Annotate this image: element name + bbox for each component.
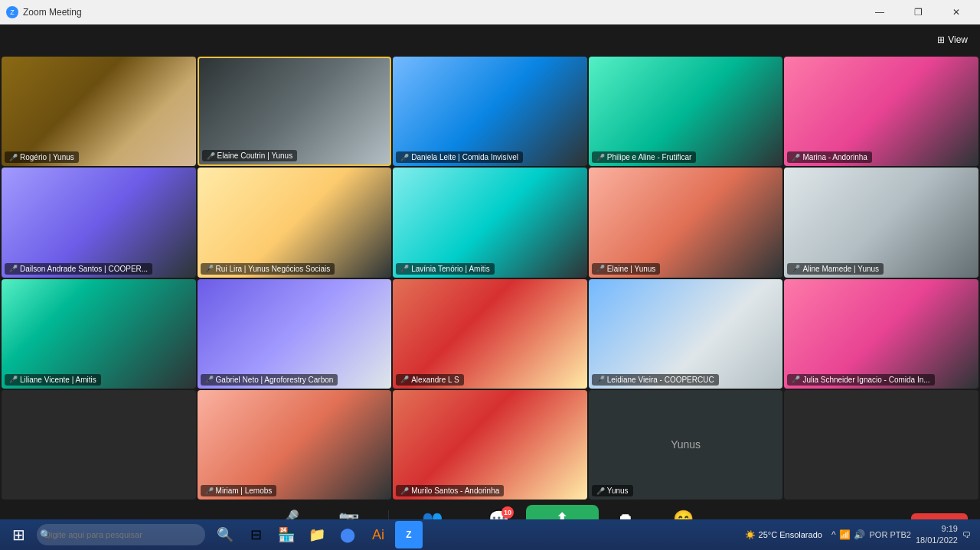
mic-off-icon-1: 🎤 bbox=[9, 154, 18, 161]
close-button[interactable]: ✕ bbox=[939, 0, 974, 24]
video-cell-miriam[interactable]: 🎤 Miriam | Lemobs bbox=[198, 390, 392, 500]
video-cell-marina[interactable]: 🎤 Marina - Andorinha bbox=[784, 57, 978, 166]
video-cell-rogério[interactable]: 🎤 Rogério | Yunus bbox=[2, 57, 196, 166]
windows-taskbar: ⊞ 🔍 🔍 ⊟ 🏪 📁 ⬤ Ai Z ☀️ 25°C Ensolarado ^ … bbox=[0, 519, 980, 550]
title-bar: Z Zoom Meeting — ❐ ✕ bbox=[0, 0, 980, 24]
taskbar-illustrator-app[interactable]: Ai bbox=[364, 521, 392, 548]
zoom-top-bar: ⊞ View bbox=[0, 24, 980, 55]
participant-label-4: 🎤 Philipe e Aline - Frutificar bbox=[592, 151, 697, 163]
video-cell-gabriel[interactable]: 🎤 Gabriel Neto | Agroforestry Carbon bbox=[198, 279, 392, 389]
mic-off-icon-17: 🎤 bbox=[400, 487, 409, 495]
participant-label-6: 🎤 Dailson Andrade Santos | COOPER... bbox=[5, 263, 152, 275]
mic-off-icon-15: 🎤 bbox=[792, 376, 800, 383]
taskbar-explorer-app[interactable]: 📁 bbox=[303, 521, 331, 548]
video-cell-leidiane[interactable]: 🎤 Leidiane Vieira - COOPERCUC bbox=[589, 279, 783, 389]
participant-name-10: Aline Mamede | Yunus bbox=[802, 265, 879, 273]
participant-label-5: 🎤 Marina - Andorinha bbox=[787, 151, 872, 163]
clock-date: 18/01/2022 bbox=[916, 535, 958, 546]
video-cell-liliane[interactable]: 🎤 Liliane Vicente | Amitis bbox=[2, 279, 196, 389]
chat-badge: 10 bbox=[501, 506, 514, 519]
search-icon: 🔍 bbox=[40, 529, 51, 540]
video-cell-rui[interactable]: 🎤 Rui Lira | Yunus Negócios Sociais bbox=[198, 168, 392, 277]
mic-off-icon-12: 🎤 bbox=[205, 376, 214, 383]
video-cell-murilo[interactable]: 🎤 Murilo Santos - Andorinha bbox=[393, 390, 587, 500]
taskbar-tasks-app[interactable]: ⊟ bbox=[242, 521, 270, 548]
participant-name-9: Elaine | Yunus bbox=[607, 265, 656, 273]
clock-time: 9:19 bbox=[916, 523, 958, 535]
wifi-icon: 📶 bbox=[839, 529, 851, 540]
language-indicator: POR PTB2 bbox=[870, 530, 911, 539]
window-title: Zoom Meeting bbox=[23, 7, 82, 18]
participant-label-1: 🎤 Rogério | Yunus bbox=[5, 151, 79, 163]
video-cell-elaine-coutrin[interactable]: 🎤 Elaine Coutrin | Yunus bbox=[198, 57, 392, 166]
video-cell-yunus-namecard[interactable]: Yunus 🎤 Yunus bbox=[589, 390, 783, 500]
start-button[interactable]: ⊞ bbox=[3, 519, 34, 550]
weather-widget: ☀️ 25°C Ensolarado bbox=[740, 530, 827, 540]
participant-label-10: 🎤 Aline Mamede | Yunus bbox=[787, 263, 884, 275]
taskbar-chrome-app[interactable]: ⬤ bbox=[334, 521, 361, 548]
participant-name-5: Marina - Andorinha bbox=[802, 153, 867, 161]
search-input[interactable] bbox=[37, 524, 205, 545]
window-controls[interactable]: — ❐ ✕ bbox=[862, 0, 974, 24]
participant-name-15: Julia Schneider Ignacio - Comida In... bbox=[802, 376, 929, 384]
participant-label-3: 🎤 Daniela Leite | Comida Invisível bbox=[396, 151, 523, 163]
participant-name-11: Liliane Vicente | Amitis bbox=[20, 376, 96, 384]
video-cell-dailson[interactable]: 🎤 Dailson Andrade Santos | COOPER... bbox=[2, 168, 196, 277]
video-cell-alexandre[interactable]: 🎤 Alexandre L S bbox=[393, 279, 587, 389]
video-cell-elaine2[interactable]: 🎤 Elaine | Yunus bbox=[589, 168, 783, 277]
participant-name-16: Miriam | Lemobs bbox=[216, 487, 273, 495]
participant-name-18: Yunus bbox=[607, 487, 629, 495]
taskbar-search-app[interactable]: 🔍 bbox=[211, 521, 239, 548]
volume-icon: 🔊 bbox=[854, 529, 865, 540]
taskbar-zoom-app[interactable]: Z bbox=[395, 521, 423, 548]
participant-label-7: 🎤 Rui Lira | Yunus Negócios Sociais bbox=[201, 263, 335, 275]
video-cell-lavinia[interactable]: 🎤 Lavínia Tenório | Amitis bbox=[393, 168, 587, 277]
participant-label-17: 🎤 Murilo Santos - Andorinha bbox=[396, 485, 504, 496]
participant-name-17: Murilo Santos - Andorinha bbox=[411, 487, 499, 495]
notification-icon[interactable]: 🗨 bbox=[962, 530, 971, 539]
yunus-text: Yunus bbox=[671, 438, 701, 451]
taskbar-store-app[interactable]: 🏪 bbox=[273, 521, 300, 548]
participant-name-3: Daniela Leite | Comida Invisível bbox=[411, 153, 518, 161]
mic-off-icon-2: 🎤 bbox=[207, 152, 215, 160]
mic-off-icon-8: 🎤 bbox=[400, 265, 409, 272]
participant-name-6: Dailson Andrade Santos | COOPER... bbox=[20, 265, 148, 273]
participant-name-7: Rui Lira | Yunus Negócios Sociais bbox=[216, 265, 331, 273]
participant-label-13: 🎤 Alexandre L S bbox=[396, 374, 463, 386]
mic-off-icon-5: 🎤 bbox=[792, 154, 800, 161]
participant-name-2: Elaine Coutrin | Yunus bbox=[217, 151, 293, 160]
participant-label-14: 🎤 Leidiane Vieira - COOPERCUC bbox=[592, 374, 719, 386]
weather-text: 25°C Ensolarado bbox=[759, 530, 822, 539]
taskbar-right: ☀️ 25°C Ensolarado ^ 📶 🔊 POR PTB2 9:19 1… bbox=[740, 523, 977, 547]
video-cell-philipe[interactable]: 🎤 Philipe e Aline - Frutificar bbox=[589, 57, 783, 166]
meeting-area: ⊞ View 🛡 🎤 Rogério | Yunus 🎤 Elaine Cout… bbox=[0, 24, 980, 550]
mic-off-icon-18: 🎤 bbox=[596, 487, 605, 495]
mic-off-icon-16: 🎤 bbox=[205, 487, 214, 495]
minimize-button[interactable]: — bbox=[862, 0, 897, 24]
mic-off-icon-4: 🎤 bbox=[596, 154, 605, 161]
view-label: View bbox=[948, 34, 968, 45]
participant-name-12: Gabriel Neto | Agroforestry Carbon bbox=[216, 376, 334, 384]
participant-label-11: 🎤 Liliane Vicente | Amitis bbox=[5, 374, 101, 386]
grid-icon: ⊞ bbox=[937, 34, 945, 45]
participant-label-2: 🎤 Elaine Coutrin | Yunus bbox=[202, 150, 298, 161]
maximize-button[interactable]: ❐ bbox=[900, 0, 936, 24]
clock: 9:19 18/01/2022 bbox=[916, 523, 958, 547]
mic-off-icon-11: 🎤 bbox=[9, 376, 18, 383]
participant-name-8: Lavínia Tenório | Amitis bbox=[411, 265, 489, 273]
mic-off-icon-13: 🎤 bbox=[400, 376, 409, 383]
system-tray: ^ 📶 🔊 bbox=[831, 529, 865, 540]
participant-label-16: 🎤 Miriam | Lemobs bbox=[201, 485, 277, 496]
video-cell-empty2 bbox=[784, 390, 978, 500]
zoom-icon: Z bbox=[6, 6, 18, 18]
participant-label-9: 🎤 Elaine | Yunus bbox=[592, 263, 661, 275]
participant-name-13: Alexandre L S bbox=[411, 376, 459, 384]
participant-label-8: 🎤 Lavínia Tenório | Amitis bbox=[396, 263, 494, 275]
yunus-name-display: Yunus bbox=[589, 390, 783, 500]
view-button[interactable]: ⊞ View bbox=[937, 34, 968, 45]
video-cell-daniela[interactable]: 🎤 Daniela Leite | Comida Invisível bbox=[393, 57, 587, 166]
network-icon: ^ bbox=[831, 529, 836, 540]
video-cell-julia[interactable]: 🎤 Julia Schneider Ignacio - Comida In... bbox=[784, 279, 978, 389]
participant-label-15: 🎤 Julia Schneider Ignacio - Comida In... bbox=[787, 374, 934, 386]
video-cell-aline[interactable]: 🎤 Aline Mamede | Yunus bbox=[784, 168, 978, 277]
